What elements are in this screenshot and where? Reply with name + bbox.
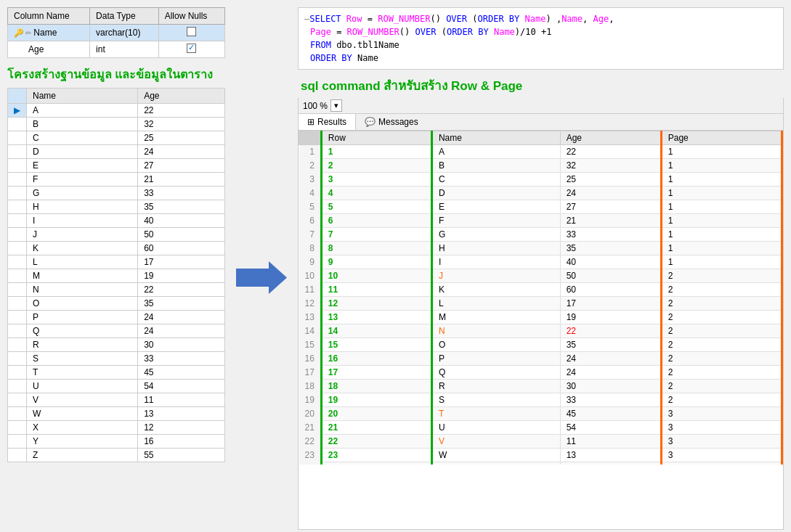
- results-row-page: 1: [661, 242, 782, 255]
- data-table-row: U54: [8, 380, 225, 393]
- results-row-number: 4: [299, 187, 322, 200]
- results-scroll[interactable]: Row Name Age Page 11A22122B32133C25144D2…: [299, 131, 783, 465]
- results-row-page: 1: [661, 228, 782, 242]
- data-row-name: X: [27, 421, 138, 435]
- data-table-row: D24: [8, 145, 225, 159]
- results-row-page: 3: [661, 435, 782, 449]
- tab-results[interactable]: ⊞ Results: [299, 114, 356, 130]
- data-row-age: 55: [138, 449, 225, 462]
- table-row: 2424X123: [299, 462, 782, 465]
- results-row-age: 45: [560, 407, 661, 421]
- results-row-row: 11: [321, 283, 431, 297]
- schema-row-type: int: [90, 41, 159, 58]
- data-row-name: A: [27, 104, 138, 118]
- results-row-number: 5: [299, 200, 322, 214]
- row-indicator-cell: [8, 255, 27, 269]
- table-row: 2222V113: [299, 435, 782, 449]
- results-row-name: A: [431, 145, 560, 159]
- results-row-name: H: [431, 242, 560, 255]
- table-row: 2020T453: [299, 407, 782, 421]
- results-row-row: 17: [321, 366, 431, 380]
- zoom-dropdown-btn[interactable]: ▾: [330, 99, 342, 112]
- data-row-name: Y: [27, 435, 138, 449]
- row-indicator-cell: [8, 118, 27, 131]
- data-row-name: Q: [27, 324, 138, 338]
- results-row-number: 7: [299, 228, 322, 242]
- row-indicator-cell: [8, 449, 27, 462]
- data-row-name: F: [27, 173, 138, 187]
- row-indicator-cell: [8, 131, 27, 145]
- arrow-right-icon: [236, 261, 287, 294]
- thai-title: โครงสร้างฐานข้อมูล และข้อมูลในตาราง: [7, 65, 225, 83]
- data-row-name: U: [27, 380, 138, 393]
- table-row: 1010J502: [299, 269, 782, 283]
- results-row-name: D: [431, 187, 560, 200]
- data-table-row: W13: [8, 407, 225, 421]
- results-row-age: 54: [560, 421, 661, 435]
- schema-row-name: Age: [8, 41, 90, 58]
- results-row-page: 1: [661, 255, 782, 269]
- results-row-row: 9: [321, 255, 431, 269]
- results-row-row: 23: [321, 449, 431, 462]
- results-row-name: U: [431, 421, 560, 435]
- tab-messages[interactable]: 💬 Messages: [356, 114, 427, 130]
- results-row-age: 40: [560, 255, 661, 269]
- row-indicator-cell: [8, 159, 27, 173]
- results-row-number: 1: [299, 145, 322, 159]
- data-row-name: I: [27, 214, 138, 228]
- table-row: 66F211: [299, 214, 782, 228]
- results-row-page: 2: [661, 338, 782, 352]
- table-row: 1414N222: [299, 324, 782, 338]
- results-row-age: 24: [560, 352, 661, 366]
- data-row-age: 35: [138, 200, 225, 214]
- results-row-name: E: [431, 200, 560, 214]
- results-row-number: 8: [299, 242, 322, 255]
- data-row-name: V: [27, 393, 138, 407]
- schema-col-header-nulls: Allow Nulls: [158, 8, 224, 25]
- table-row: 1515O352: [299, 338, 782, 352]
- data-row-age: 11: [138, 393, 225, 407]
- table-row: 44D241: [299, 187, 782, 200]
- row-indicator-cell: [8, 421, 27, 435]
- results-row-number: 20: [299, 407, 322, 421]
- data-table-row: K60: [8, 242, 225, 255]
- results-row-row: 18: [321, 380, 431, 393]
- data-row-age: 50: [138, 228, 225, 242]
- results-col-age: Age: [560, 131, 661, 145]
- results-row-name: B: [431, 159, 560, 173]
- results-row-page: 3: [661, 449, 782, 462]
- data-row-age: 32: [138, 118, 225, 131]
- results-row-row: 7: [321, 228, 431, 242]
- results-container: Row Name Age Page 11A22122B32133C25144D2…: [298, 131, 784, 530]
- results-col-page: Page: [661, 131, 782, 145]
- results-row-name: K: [431, 283, 560, 297]
- row-indicator-cell: [8, 187, 27, 200]
- row-indicator-cell: [8, 435, 27, 449]
- data-row-name: R: [27, 338, 138, 352]
- results-row-age: 21: [560, 214, 661, 228]
- results-row-number: 18: [299, 380, 322, 393]
- data-row-age: 24: [138, 145, 225, 159]
- results-row-name: Q: [431, 366, 560, 380]
- data-row-name: O: [27, 297, 138, 311]
- results-row-name: J: [431, 269, 560, 283]
- row-indicator-cell: [8, 393, 27, 407]
- results-row-number: 24: [299, 462, 322, 465]
- zoom-bar: 100 % ▾: [298, 98, 784, 114]
- table-row: 1818R302: [299, 380, 782, 393]
- row-indicator-cell: ▶: [8, 104, 27, 118]
- results-row-name: W: [431, 449, 560, 462]
- results-row-row: 8: [321, 242, 431, 255]
- table-row: 99I401: [299, 255, 782, 269]
- results-row-age: 32: [560, 159, 661, 173]
- table-row: 33C251: [299, 173, 782, 187]
- table-row: 2121U543: [299, 421, 782, 435]
- results-row-age: 33: [560, 393, 661, 407]
- data-row-age: 40: [138, 214, 225, 228]
- data-col-name: Name: [27, 89, 138, 104]
- data-row-age: 16: [138, 435, 225, 449]
- arrow-container: [232, 7, 291, 294]
- results-row-age: 35: [560, 338, 661, 352]
- data-row-name: L: [27, 255, 138, 269]
- schema-table: Column Name Data Type Allow Nulls 🔑✏ Nam…: [7, 7, 225, 58]
